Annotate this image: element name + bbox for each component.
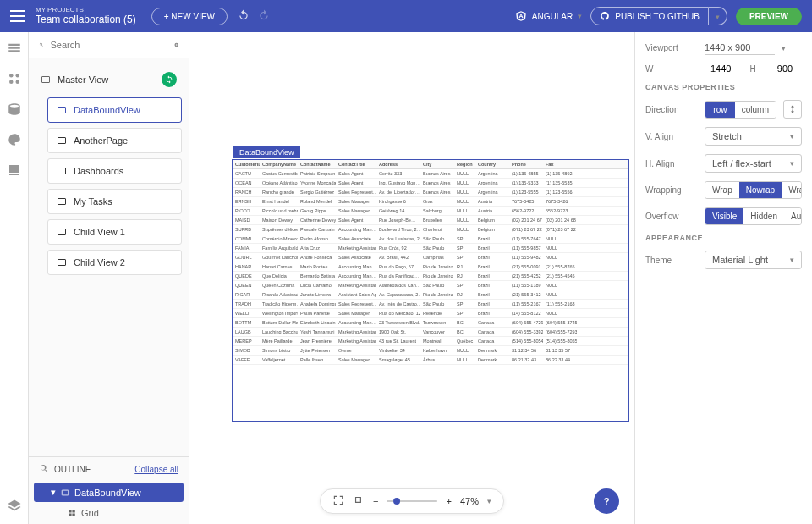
table-row[interactable]: CACTUCactus ComestiblesPatricio SimpsonS… — [233, 169, 628, 179]
search-icon — [39, 39, 44, 51]
width-label: W — [645, 64, 697, 74]
undo-icon[interactable] — [238, 9, 250, 23]
menu-icon[interactable] — [10, 8, 25, 24]
halign-label: H. Align — [645, 159, 698, 168]
direction-column[interactable]: column — [735, 102, 776, 118]
view-card[interactable]: AnotherPage — [47, 128, 182, 153]
outline-grid-label: Grid — [81, 508, 99, 518]
table-row[interactable]: GOURLGourmet Lanchon…André FonsecaSales … — [233, 253, 628, 262]
project-title[interactable]: Team collaboration (5) — [36, 14, 136, 25]
valign-select[interactable]: Stretch▾ — [705, 127, 802, 146]
table-row[interactable]: TRADHTradição Hiperm…Anabela DominguesSa… — [233, 300, 628, 309]
view-card[interactable]: DataBoundView — [47, 97, 182, 123]
outline-grid[interactable]: Grid — [34, 504, 184, 522]
master-view[interactable]: Master View — [36, 67, 182, 92]
height-input[interactable] — [768, 63, 802, 74]
svg-point-1 — [15, 74, 19, 78]
help-button[interactable]: ? — [594, 488, 619, 514]
table-row[interactable]: RICARRicardo AdocicadosJanete LimeiraAss… — [233, 290, 628, 300]
table-row[interactable]: PICCOPiccolo und mehrGeorg PippsSales Ma… — [233, 207, 628, 216]
overflow-label: Overflow — [645, 212, 698, 221]
views-icon[interactable] — [7, 41, 22, 56]
table-row[interactable]: VAFFEVaffeljernetPalle IbsenSales Manage… — [233, 356, 628, 365]
canvas[interactable]: DataBoundView CustomerIDCompanyNameConta… — [189, 32, 634, 524]
table-row[interactable]: QUEENQueen CozinhaLúcia CarvalhoMarketin… — [233, 281, 628, 290]
data-icon[interactable] — [7, 102, 22, 117]
svg-point-2 — [9, 80, 14, 85]
svg-rect-7 — [58, 168, 66, 174]
theme-label: Theme — [645, 256, 698, 265]
preview-button[interactable]: PREVIEW — [736, 8, 802, 25]
more-icon[interactable]: ⋯ — [793, 42, 802, 53]
topbar: MY PROJECTS Team collaboration (5) + NEW… — [0, 0, 812, 32]
table-row[interactable]: HANARHanari CarnesMario PontesAccounting… — [233, 262, 628, 272]
table-row[interactable]: LAUGBLaughing Bacchus …Yoshi TannamuriMa… — [233, 328, 628, 337]
add-circle-icon[interactable] — [174, 39, 179, 51]
wrapping-nowrap[interactable]: Nowrap — [739, 182, 782, 198]
table-row[interactable]: RANCHRancho grandeSergio GutiérrezSales … — [233, 188, 628, 197]
table-row[interactable]: ERNSHErnst HandelRoland MendelSales Mana… — [233, 197, 628, 207]
publish-chevron[interactable]: ▾ — [709, 7, 727, 25]
table-row[interactable]: BOTTMBottom-Dollar Mar…Elizabeth Lincoln… — [233, 318, 628, 328]
zoom-in-button[interactable]: + — [446, 496, 451, 506]
view-card[interactable]: Child View 1 — [47, 219, 182, 245]
chevron-down-icon: ▾ — [578, 12, 582, 20]
view-card[interactable]: My Tasks — [47, 189, 182, 214]
artboard-title: DataBoundView — [233, 146, 300, 158]
overflow-visible[interactable]: Visible — [705, 208, 743, 224]
table-row[interactable]: WELLIWellington Import…Paula ParenteSale… — [233, 309, 628, 318]
redo-icon[interactable] — [258, 9, 270, 23]
publish-button[interactable]: PUBLISH TO GITHUB — [590, 7, 709, 25]
zoom-out-button[interactable]: − — [373, 496, 378, 506]
swap-direction-button[interactable] — [783, 100, 802, 119]
wrapping-wrapre…[interactable]: WrapRe… — [782, 182, 802, 198]
outline-root[interactable]: ▾ DataBoundView — [34, 483, 184, 502]
appearance-title: APPEARANCE — [645, 234, 802, 242]
fit-icon[interactable] — [332, 494, 344, 508]
table-row[interactable]: MEREPMère PaillardeJean FresnièreMarketi… — [233, 337, 628, 346]
svg-rect-6 — [58, 138, 66, 144]
overflow-hidden[interactable]: Hidden — [743, 208, 784, 224]
layers-icon[interactable] — [7, 499, 22, 514]
direction-row[interactable]: row — [705, 102, 735, 118]
zoom-bar: − + 47% ▾ — [320, 488, 504, 514]
artboard[interactable]: DataBoundView CustomerIDCompanyNameConta… — [232, 159, 629, 422]
view-label: Dashboards — [74, 166, 123, 176]
data-grid[interactable]: CustomerIDCompanyNameContactNameContactT… — [233, 160, 628, 421]
publish-label: PUBLISH TO GITHUB — [615, 12, 700, 21]
wrapping-wrap[interactable]: Wrap — [705, 182, 739, 198]
table-row[interactable]: MAISDMaison DeweyCatherine DeweySales Ag… — [233, 216, 628, 225]
expand-icon[interactable] — [353, 494, 365, 508]
table-row[interactable]: FAMIAFamília ArquibaldoAria CruzMarketin… — [233, 244, 628, 253]
view-card[interactable]: Child View 2 — [47, 250, 182, 275]
chevron-down-icon[interactable]: ▾ — [487, 497, 491, 505]
project-info: MY PROJECTS Team collaboration (5) — [36, 7, 136, 25]
collapse-all-link[interactable]: Collapse all — [134, 465, 178, 474]
table-row[interactable]: OCEANOcéano AtlánticoYvonne MoncadaSales… — [233, 179, 628, 188]
viewport-preset[interactable]: 1440 x 900 — [705, 41, 775, 55]
assets-icon[interactable] — [7, 163, 22, 178]
svg-rect-10 — [58, 260, 66, 266]
view-label: Child View 2 — [74, 257, 125, 268]
chevron-down-icon[interactable]: ▾ — [782, 44, 786, 52]
search-input[interactable] — [51, 40, 167, 50]
overflow-auto[interactable]: Auto — [784, 208, 802, 224]
halign-select[interactable]: Left / flex-start▾ — [705, 154, 802, 173]
sync-icon[interactable] — [162, 72, 177, 87]
my-projects-label: MY PROJECTS — [36, 7, 136, 14]
zoom-slider[interactable] — [387, 500, 437, 502]
width-input[interactable] — [704, 63, 738, 74]
outline-root-label: DataBoundView — [74, 488, 141, 498]
table-row[interactable]: COMMIComércio MineiroPedro AfonsoSales A… — [233, 234, 628, 244]
table-row[interactable]: QUEDEQue DelíciaBernardo BatistaAccounti… — [233, 272, 628, 281]
publish-group: PUBLISH TO GITHUB ▾ — [590, 7, 727, 25]
framework-select[interactable]: ANGULAR ▾ — [515, 10, 582, 22]
theme-icon[interactable] — [7, 132, 22, 147]
table-row[interactable]: SIMOBSimons bistroJytte PetersenOwnerVin… — [233, 346, 628, 356]
view-card[interactable]: Dashboards — [47, 158, 182, 184]
theme-select[interactable]: Material Light▾ — [705, 251, 802, 269]
components-icon[interactable] — [7, 71, 22, 86]
table-row[interactable]: SUPRDSuprêmes délicesPascale CartrainAcc… — [233, 225, 628, 234]
new-view-button[interactable]: + NEW VIEW — [151, 8, 228, 25]
view-label: My Tasks — [74, 196, 112, 207]
